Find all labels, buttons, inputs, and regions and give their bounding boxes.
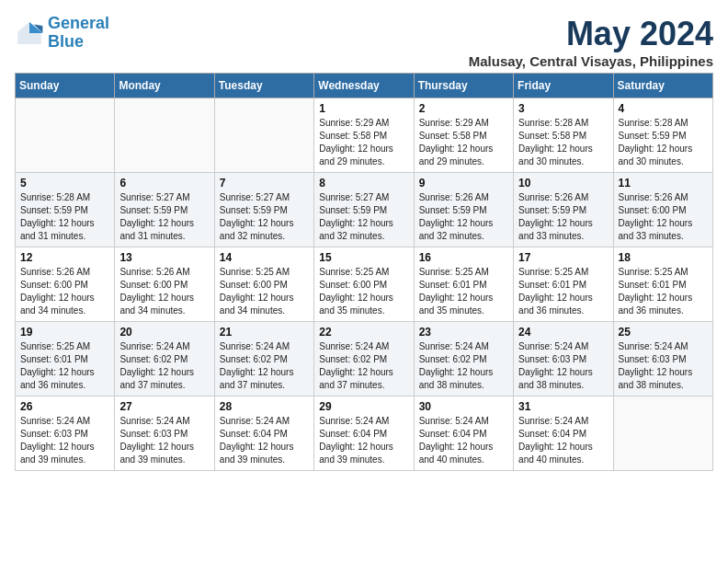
calendar-cell: 27Sunrise: 5:24 AMSunset: 6:03 PMDayligh…	[115, 396, 214, 471]
calendar-cell: 6Sunrise: 5:27 AMSunset: 5:59 PMDaylight…	[115, 173, 214, 247]
day-number: 10	[518, 177, 608, 190]
day-info: Sunrise: 5:26 AMSunset: 6:00 PMDaylight:…	[119, 266, 209, 317]
day-info: Sunrise: 5:25 AMSunset: 6:00 PMDaylight:…	[220, 266, 309, 317]
calendar-cell: 31Sunrise: 5:24 AMSunset: 6:04 PMDayligh…	[514, 396, 613, 471]
day-info: Sunrise: 5:26 AMSunset: 6:00 PMDaylight:…	[20, 266, 109, 317]
day-number: 20	[119, 326, 209, 339]
day-number: 8	[319, 177, 408, 190]
day-info: Sunrise: 5:24 AMSunset: 6:02 PMDaylight:…	[119, 340, 209, 392]
calendar-cell: 21Sunrise: 5:24 AMSunset: 6:02 PMDayligh…	[214, 322, 313, 396]
day-info: Sunrise: 5:24 AMSunset: 6:04 PMDaylight:…	[220, 415, 309, 466]
day-info: Sunrise: 5:26 AMSunset: 6:00 PMDaylight:…	[619, 191, 708, 243]
day-info: Sunrise: 5:27 AMSunset: 5:59 PMDaylight:…	[220, 191, 309, 243]
day-number: 21	[220, 326, 309, 339]
weekday-header: Friday	[514, 74, 613, 98]
day-info: Sunrise: 5:29 AMSunset: 5:58 PMDaylight:…	[319, 117, 408, 168]
day-number: 9	[419, 177, 508, 190]
calendar-cell: 4Sunrise: 5:28 AMSunset: 5:59 PMDaylight…	[613, 98, 712, 173]
calendar-cell: 17Sunrise: 5:25 AMSunset: 6:01 PMDayligh…	[514, 247, 613, 322]
calendar-week-row: 1Sunrise: 5:29 AMSunset: 5:58 PMDaylight…	[16, 98, 713, 173]
day-info: Sunrise: 5:28 AMSunset: 5:59 PMDaylight:…	[619, 117, 708, 168]
calendar-cell: 1Sunrise: 5:29 AMSunset: 5:58 PMDaylight…	[314, 98, 414, 173]
weekday-header: Tuesday	[214, 74, 313, 98]
day-number: 27	[119, 400, 209, 413]
day-info: Sunrise: 5:24 AMSunset: 6:02 PMDaylight:…	[220, 340, 309, 392]
calendar-cell: 16Sunrise: 5:25 AMSunset: 6:01 PMDayligh…	[414, 247, 513, 322]
day-info: Sunrise: 5:25 AMSunset: 6:01 PMDaylight:…	[20, 340, 109, 392]
logo-line1: General	[48, 14, 109, 32]
weekday-header: Monday	[115, 74, 214, 98]
day-info: Sunrise: 5:25 AMSunset: 6:01 PMDaylight:…	[518, 266, 608, 317]
calendar-week-row: 5Sunrise: 5:28 AMSunset: 5:59 PMDaylight…	[16, 173, 713, 247]
calendar-cell: 20Sunrise: 5:24 AMSunset: 6:02 PMDayligh…	[115, 322, 214, 396]
calendar-cell: 14Sunrise: 5:25 AMSunset: 6:00 PMDayligh…	[214, 247, 313, 322]
calendar-table: SundayMondayTuesdayWednesdayThursdayFrid…	[15, 73, 713, 471]
calendar-cell: 18Sunrise: 5:25 AMSunset: 6:01 PMDayligh…	[613, 247, 712, 322]
calendar-cell: 12Sunrise: 5:26 AMSunset: 6:00 PMDayligh…	[16, 247, 115, 322]
day-number: 25	[619, 326, 708, 339]
day-number: 12	[20, 251, 109, 264]
logo-text: General Blue	[48, 15, 109, 52]
day-number: 4	[619, 102, 708, 115]
day-info: Sunrise: 5:25 AMSunset: 6:00 PMDaylight:…	[319, 266, 408, 317]
calendar-body: 1Sunrise: 5:29 AMSunset: 5:58 PMDaylight…	[16, 98, 713, 471]
day-info: Sunrise: 5:24 AMSunset: 6:02 PMDaylight:…	[419, 340, 508, 392]
day-number: 31	[518, 400, 608, 413]
calendar-cell: 24Sunrise: 5:24 AMSunset: 6:03 PMDayligh…	[514, 322, 613, 396]
day-info: Sunrise: 5:27 AMSunset: 5:59 PMDaylight:…	[319, 191, 408, 243]
day-number: 29	[319, 400, 408, 413]
day-info: Sunrise: 5:26 AMSunset: 5:59 PMDaylight:…	[518, 191, 608, 243]
day-info: Sunrise: 5:28 AMSunset: 5:59 PMDaylight:…	[20, 191, 109, 243]
calendar-cell: 10Sunrise: 5:26 AMSunset: 5:59 PMDayligh…	[514, 173, 613, 247]
calendar-week-row: 19Sunrise: 5:25 AMSunset: 6:01 PMDayligh…	[16, 322, 713, 396]
calendar-cell: 23Sunrise: 5:24 AMSunset: 6:02 PMDayligh…	[414, 322, 513, 396]
day-number: 19	[20, 326, 109, 339]
calendar-cell: 30Sunrise: 5:24 AMSunset: 6:04 PMDayligh…	[414, 396, 513, 471]
day-info: Sunrise: 5:29 AMSunset: 5:58 PMDaylight:…	[419, 117, 508, 168]
calendar-cell: 2Sunrise: 5:29 AMSunset: 5:58 PMDaylight…	[414, 98, 513, 173]
calendar-cell	[214, 98, 313, 173]
day-info: Sunrise: 5:27 AMSunset: 5:59 PMDaylight:…	[119, 191, 209, 243]
day-info: Sunrise: 5:24 AMSunset: 6:03 PMDaylight:…	[619, 340, 708, 392]
day-number: 18	[619, 251, 708, 264]
day-number: 26	[20, 400, 109, 413]
weekday-header: Thursday	[414, 74, 513, 98]
day-number: 16	[419, 251, 508, 264]
main-title: May 2024	[469, 15, 713, 53]
day-number: 23	[419, 326, 508, 339]
weekday-header: Wednesday	[314, 74, 414, 98]
day-info: Sunrise: 5:24 AMSunset: 6:03 PMDaylight:…	[119, 415, 209, 466]
day-number: 13	[119, 251, 209, 264]
day-number: 3	[518, 102, 608, 115]
day-number: 6	[119, 177, 209, 190]
calendar-cell	[115, 98, 214, 173]
day-number: 1	[319, 102, 408, 115]
day-info: Sunrise: 5:24 AMSunset: 6:04 PMDaylight:…	[319, 415, 408, 466]
calendar-cell: 15Sunrise: 5:25 AMSunset: 6:00 PMDayligh…	[314, 247, 414, 322]
calendar-cell	[16, 98, 115, 173]
day-number: 24	[518, 326, 608, 339]
day-info: Sunrise: 5:25 AMSunset: 6:01 PMDaylight:…	[419, 266, 508, 317]
calendar-cell: 3Sunrise: 5:28 AMSunset: 5:58 PMDaylight…	[514, 98, 613, 173]
day-number: 2	[419, 102, 508, 115]
calendar-cell: 9Sunrise: 5:26 AMSunset: 5:59 PMDaylight…	[414, 173, 513, 247]
calendar-header: SundayMondayTuesdayWednesdayThursdayFrid…	[16, 74, 713, 98]
calendar-cell: 5Sunrise: 5:28 AMSunset: 5:59 PMDaylight…	[16, 173, 115, 247]
day-info: Sunrise: 5:24 AMSunset: 6:04 PMDaylight:…	[518, 415, 608, 466]
logo-icon	[15, 18, 44, 48]
day-info: Sunrise: 5:24 AMSunset: 6:02 PMDaylight:…	[319, 340, 408, 392]
day-number: 30	[419, 400, 508, 413]
day-info: Sunrise: 5:25 AMSunset: 6:01 PMDaylight:…	[619, 266, 708, 317]
day-number: 17	[518, 251, 608, 264]
calendar-cell: 28Sunrise: 5:24 AMSunset: 6:04 PMDayligh…	[214, 396, 313, 471]
calendar-cell: 7Sunrise: 5:27 AMSunset: 5:59 PMDaylight…	[214, 173, 313, 247]
calendar-cell: 11Sunrise: 5:26 AMSunset: 6:00 PMDayligh…	[613, 173, 712, 247]
day-info: Sunrise: 5:26 AMSunset: 5:59 PMDaylight:…	[419, 191, 508, 243]
calendar-cell: 13Sunrise: 5:26 AMSunset: 6:00 PMDayligh…	[115, 247, 214, 322]
header-row: SundayMondayTuesdayWednesdayThursdayFrid…	[16, 74, 713, 98]
weekday-header: Saturday	[613, 74, 712, 98]
logo: General Blue	[15, 15, 109, 52]
logo-line2: Blue	[48, 33, 109, 52]
calendar-cell	[613, 396, 712, 471]
calendar-cell: 29Sunrise: 5:24 AMSunset: 6:04 PMDayligh…	[314, 396, 414, 471]
